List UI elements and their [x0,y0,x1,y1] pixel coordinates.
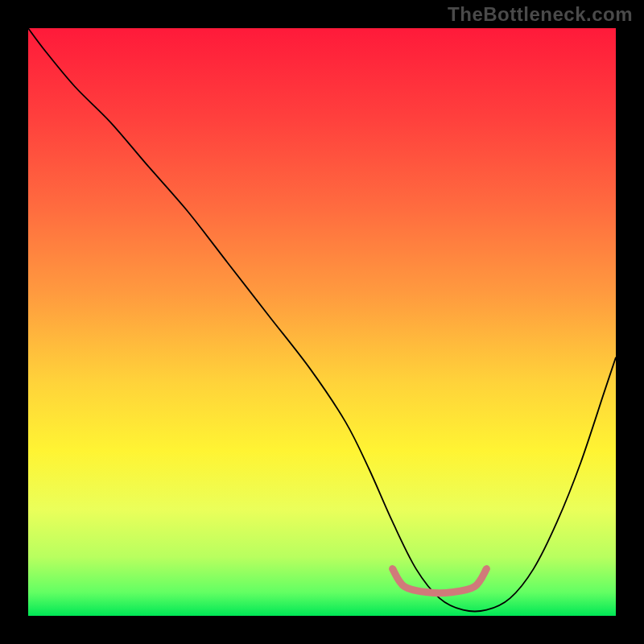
chart-svg [28,28,616,616]
watermark-text: TheBottleneck.com [448,3,633,26]
chart-frame: TheBottleneck.com [0,0,644,644]
plot-area [28,28,616,616]
gradient-background [28,28,616,616]
